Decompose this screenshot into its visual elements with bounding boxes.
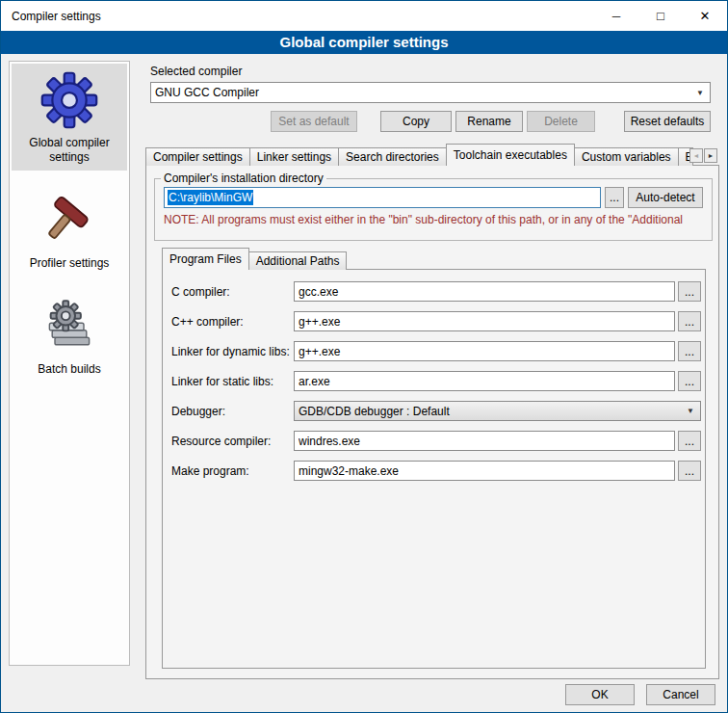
minimize-button[interactable]: ─ (594, 1, 638, 31)
install-dir-browse-button[interactable]: ... (605, 187, 624, 208)
resource-compiler-label: Resource compiler: (171, 435, 294, 448)
sidebar-item-global-compiler-settings[interactable]: Global compiler settings (12, 64, 127, 171)
dynamic-linker-input[interactable] (294, 341, 675, 361)
ok-button[interactable]: OK (565, 684, 635, 705)
static-linker-browse-button[interactable]: ... (678, 371, 701, 391)
field-row: Make program: ... (171, 461, 701, 481)
sidebar-item-batch-builds[interactable]: Batch builds (12, 290, 127, 383)
compiler-select[interactable]: GNU GCC Compiler ▼ (150, 82, 711, 103)
tab-search-directories[interactable]: Search directories (338, 147, 447, 166)
debugger-select-value: GDB/CDB debugger : Default (299, 405, 450, 418)
files-subtabs: Program Files Additional Paths (162, 249, 346, 270)
hammer-icon (40, 192, 98, 250)
cpp-compiler-input[interactable] (294, 311, 675, 331)
batch-gears-icon (40, 298, 98, 356)
install-dir-input[interactable]: C:\raylib\MinGW (164, 187, 601, 208)
install-dir-row: C:\raylib\MinGW ... Auto-detect (164, 187, 703, 208)
static-linker-label: Linker for static libs: (171, 375, 294, 388)
arrow-left-icon: ◄ (693, 152, 700, 159)
cancel-button[interactable]: Cancel (646, 684, 715, 705)
field-row: Debugger: GDB/CDB debugger : Default ▼ (171, 401, 701, 421)
dialog-banner-title: Global compiler settings (1, 31, 727, 54)
field-row: C++ compiler: ... (171, 311, 701, 331)
tab-toolchain-executables[interactable]: Toolchain executables (446, 144, 575, 166)
gear-icon (40, 71, 98, 129)
main-content: Selected compiler GNU GCC Compiler ▼ Set… (141, 54, 721, 679)
c-compiler-label: C compiler: (171, 285, 294, 299)
maximize-button[interactable]: □ (638, 1, 683, 31)
install-dir-group: Compiler's installation directory C:\ray… (154, 172, 713, 241)
tab-linker-settings[interactable]: Linker settings (249, 147, 339, 166)
make-program-label: Make program: (171, 464, 294, 478)
maximize-icon: □ (657, 9, 664, 23)
tab-scroll-right-button[interactable]: ► (704, 148, 717, 163)
tab-compiler-settings[interactable]: Compiler settings (145, 147, 250, 166)
cpp-compiler-browse-button[interactable]: ... (678, 311, 701, 331)
delete-button[interactable]: Delete (527, 111, 595, 132)
install-dir-group-title: Compiler's installation directory (161, 172, 326, 185)
subtab-additional-paths[interactable]: Additional Paths (248, 251, 348, 270)
field-row: Resource compiler: ... (171, 431, 701, 451)
field-row: Linker for dynamic libs: ... (171, 341, 701, 361)
static-linker-input[interactable] (294, 371, 675, 391)
tab-scroll-left-button[interactable]: ◄ (689, 148, 703, 163)
rename-button[interactable]: Rename (455, 111, 523, 132)
minimize-icon: ─ (612, 10, 621, 23)
chevron-down-icon: ▼ (687, 407, 696, 415)
c-compiler-input[interactable] (294, 281, 675, 302)
make-program-input[interactable] (294, 461, 675, 481)
sidebar-item-profiler-settings[interactable]: Profiler settings (12, 184, 127, 277)
dynamic-linker-browse-button[interactable]: ... (678, 341, 701, 361)
toolchain-executables-panel: Compiler's installation directory C:\ray… (145, 165, 719, 679)
dynamic-linker-label: Linker for dynamic libs: (171, 345, 294, 358)
reset-defaults-button[interactable]: Reset defaults (624, 111, 711, 132)
install-dir-selected-text: C:\raylib\MinGW (168, 190, 253, 205)
c-compiler-browse-button[interactable]: ... (678, 281, 701, 302)
cpp-compiler-label: C++ compiler: (171, 315, 294, 329)
close-button[interactable]: ✕ (683, 1, 727, 31)
selected-compiler-label: Selected compiler (150, 65, 242, 78)
tab-custom-variables[interactable]: Custom variables (574, 147, 679, 166)
subtab-program-files[interactable]: Program Files (162, 248, 249, 270)
program-files-panel: C compiler: ... C++ compiler: ... Linker… (162, 269, 706, 669)
sidebar-item-label: Batch builds (38, 362, 100, 377)
compiler-settings-dialog: Compiler settings ─ □ ✕ Global compiler … (0, 0, 728, 713)
set-as-default-button[interactable]: Set as default (271, 111, 357, 132)
close-icon: ✕ (700, 9, 711, 23)
titlebar: Compiler settings ─ □ ✕ (1, 1, 727, 31)
resource-compiler-input[interactable] (294, 431, 675, 451)
settings-tabstrip: Compiler settings Linker settings Search… (145, 144, 719, 166)
resource-compiler-browse-button[interactable]: ... (678, 431, 701, 451)
compiler-select-value: GNU GCC Compiler (155, 86, 259, 99)
sidebar-item-label: Global compiler settings (13, 136, 125, 165)
sidebar-item-label: Profiler settings (30, 256, 110, 271)
debugger-select[interactable]: GDB/CDB debugger : Default ▼ (294, 401, 701, 421)
arrow-right-icon: ► (708, 152, 715, 159)
install-dir-note: NOTE: All programs must exist either in … (164, 213, 703, 226)
chevron-down-icon: ▼ (696, 89, 706, 97)
window-title: Compiler settings (1, 10, 101, 23)
auto-detect-button[interactable]: Auto-detect (628, 187, 703, 208)
window-controls: ─ □ ✕ (594, 1, 727, 31)
make-program-browse-button[interactable]: ... (678, 461, 701, 481)
debugger-label: Debugger: (171, 405, 294, 418)
field-row: Linker for static libs: ... (171, 371, 701, 391)
settings-sidebar: Global compiler settings Profiler settin… (9, 61, 130, 666)
field-row: C compiler: ... (171, 281, 701, 302)
copy-button[interactable]: Copy (380, 111, 452, 132)
